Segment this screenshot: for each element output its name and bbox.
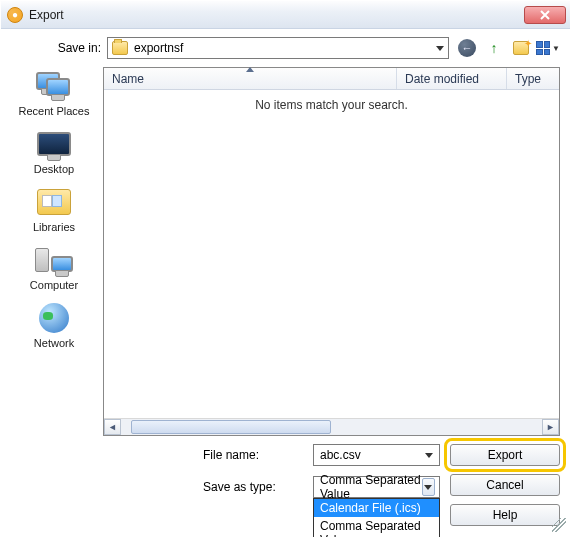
option-csv[interactable]: Comma Separated Value — [314, 517, 439, 537]
chevron-down-icon — [436, 46, 444, 51]
back-icon: ← — [458, 39, 476, 57]
column-name[interactable]: Name — [104, 68, 397, 89]
desktop-icon — [37, 132, 71, 156]
savetype-label: Save as type: — [203, 476, 303, 494]
libraries-icon — [37, 189, 71, 215]
option-calendar-file[interactable]: Calendar File (.ics) — [314, 499, 439, 517]
place-label: Recent Places — [19, 105, 90, 117]
savetype-value: Comma Separated Value — [320, 473, 422, 501]
place-label: Desktop — [34, 163, 74, 175]
place-computer[interactable]: Computer — [11, 243, 97, 291]
nav-toolbar: ← ↑ ✦ ▼ — [455, 37, 560, 59]
place-label: Libraries — [33, 221, 75, 233]
cancel-button-label: Cancel — [486, 478, 523, 492]
column-date[interactable]: Date modified — [397, 68, 507, 89]
filename-input[interactable]: abc.csv — [313, 444, 440, 466]
savein-combo[interactable]: exportnsf — [107, 37, 449, 59]
option-label: Calendar File (.ics) — [320, 501, 421, 515]
app-icon: ● — [7, 7, 23, 23]
sort-asc-icon — [246, 67, 254, 72]
view-menu-button[interactable]: ▼ — [536, 37, 560, 59]
column-type[interactable]: Type — [507, 68, 559, 89]
savein-row: Save in: exportnsf ← ↑ ✦ ▼ — [11, 37, 560, 59]
export-dialog: ● Export Save in: exportnsf ← ↑ ✦ ▼ — [0, 0, 571, 537]
column-name-label: Name — [112, 72, 144, 86]
filename-value: abc.csv — [320, 448, 361, 462]
recent-places-icon — [36, 72, 72, 100]
place-label: Computer — [30, 279, 78, 291]
help-button[interactable]: Help — [450, 504, 560, 526]
new-folder-button[interactable]: ✦ — [509, 37, 533, 59]
savein-label: Save in: — [41, 41, 101, 55]
up-icon: ↑ — [491, 40, 498, 56]
list-header: Name Date modified Type — [104, 68, 559, 90]
column-type-label: Type — [515, 72, 541, 86]
form-area: File name: abc.csv Export Cancel Help Sa… — [103, 436, 560, 526]
place-desktop[interactable]: Desktop — [11, 127, 97, 175]
place-network[interactable]: Network — [11, 301, 97, 349]
savein-value: exportnsf — [134, 41, 183, 55]
folder-icon — [112, 41, 128, 55]
resize-grip[interactable] — [552, 518, 566, 532]
horizontal-scrollbar[interactable]: ◄ ► — [104, 418, 559, 435]
titlebar: ● Export — [1, 1, 570, 29]
scroll-left-button[interactable]: ◄ — [104, 419, 121, 435]
close-button[interactable] — [524, 6, 566, 24]
places-bar: Recent Places Desktop Libraries Computer… — [11, 67, 97, 526]
view-icon — [536, 41, 550, 55]
option-label: Comma Separated Value — [320, 519, 421, 537]
chevron-down-icon — [424, 485, 432, 490]
savetype-select[interactable]: Comma Separated Value Calendar File (.ic… — [313, 476, 440, 498]
chevron-down-icon — [425, 453, 433, 458]
column-date-label: Date modified — [405, 72, 479, 86]
content-row: Recent Places Desktop Libraries Computer… — [11, 67, 560, 526]
cancel-button[interactable]: Cancel — [450, 474, 560, 496]
scroll-right-button[interactable]: ► — [542, 419, 559, 435]
export-button-label: Export — [488, 448, 523, 462]
network-icon — [39, 303, 69, 333]
place-recent[interactable]: Recent Places — [11, 69, 97, 117]
up-button[interactable]: ↑ — [482, 37, 506, 59]
savetype-options: Calendar File (.ics) Comma Separated Val… — [313, 498, 440, 537]
computer-icon — [35, 248, 73, 272]
filename-label: File name: — [203, 444, 303, 462]
place-label: Network — [34, 337, 74, 349]
place-libraries[interactable]: Libraries — [11, 185, 97, 233]
dialog-body: Save in: exportnsf ← ↑ ✦ ▼ Recent Places — [1, 29, 570, 536]
empty-message: No items match your search. — [255, 98, 408, 112]
chevron-down-icon: ▼ — [552, 44, 560, 53]
window-title: Export — [29, 8, 521, 22]
export-button[interactable]: Export — [450, 444, 560, 466]
help-button-label: Help — [493, 508, 518, 522]
file-list: Name Date modified Type No items match y… — [103, 67, 560, 436]
list-body: No items match your search. — [104, 90, 559, 418]
close-icon — [540, 10, 550, 20]
dropdown-button[interactable] — [422, 478, 435, 496]
new-folder-icon: ✦ — [513, 41, 529, 55]
scroll-thumb[interactable] — [131, 420, 331, 434]
back-button[interactable]: ← — [455, 37, 479, 59]
scroll-track[interactable] — [121, 419, 542, 435]
